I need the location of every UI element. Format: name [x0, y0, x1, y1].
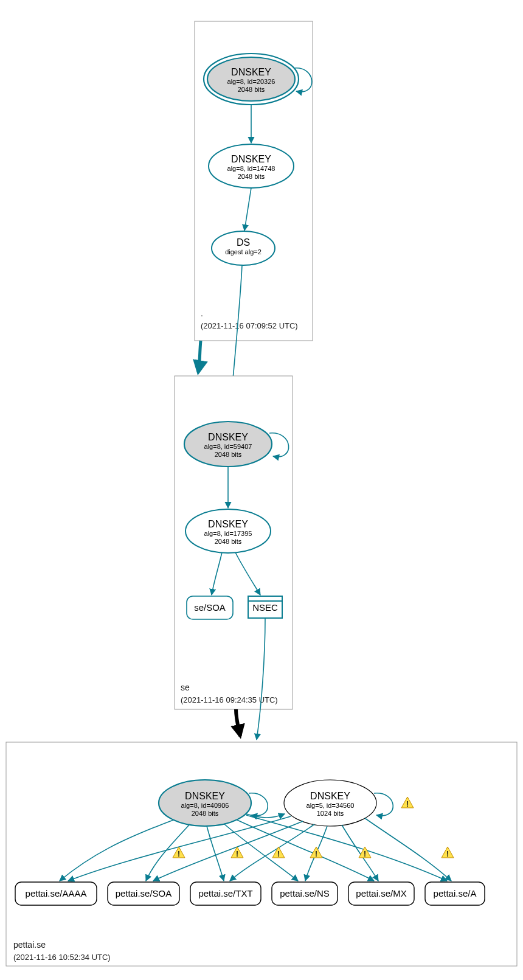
svg-text:pettai.se/SOA: pettai.se/SOA: [116, 888, 172, 898]
node-rr-mx: pettai.se/MX: [348, 882, 414, 905]
svg-text:!: !: [236, 850, 238, 858]
node-root-ksk: DNSKEY alg=8, id=20326 2048 bits: [204, 54, 299, 105]
zone-root-name: .: [201, 308, 203, 318]
svg-text:DNSKEY: DNSKEY: [185, 791, 225, 801]
svg-text:DNSKEY: DNSKEY: [208, 519, 248, 529]
svg-text:alg=8, id=59407: alg=8, id=59407: [204, 443, 252, 450]
svg-text:pettai.se/AAAA: pettai.se/AAAA: [26, 888, 87, 898]
svg-text:DS: DS: [237, 237, 250, 248]
svg-text:digest alg=2: digest alg=2: [225, 248, 262, 255]
svg-text:pettai.se/MX: pettai.se/MX: [356, 888, 406, 898]
svg-text:pettai.se/NS: pettai.se/NS: [280, 888, 330, 898]
svg-text:!: !: [406, 800, 409, 808]
svg-text:alg=8, id=20326: alg=8, id=20326: [227, 78, 275, 85]
zone-leaf-name: pettai.se: [13, 940, 46, 950]
svg-text:alg=5, id=34560: alg=5, id=34560: [307, 802, 355, 809]
node-se-zsk: DNSKEY alg=8, id=17395 2048 bits: [185, 509, 271, 553]
svg-text:se/SOA: se/SOA: [194, 602, 226, 613]
svg-text:pettai.se/A: pettai.se/A: [434, 888, 477, 898]
svg-text:2048 bits: 2048 bits: [215, 538, 242, 545]
svg-text:!: !: [315, 850, 317, 858]
svg-text:!: !: [446, 850, 449, 858]
node-se-ksk: DNSKEY alg=8, id=59407 2048 bits: [184, 422, 272, 467]
svg-rect-27: [6, 742, 517, 966]
svg-text:alg=8, id=40906: alg=8, id=40906: [181, 802, 229, 809]
svg-text:!: !: [178, 850, 180, 858]
svg-text:NSEC: NSEC: [252, 602, 278, 613]
svg-text:1024 bits: 1024 bits: [317, 810, 344, 817]
node-root-zsk: DNSKEY alg=8, id=14748 2048 bits: [209, 144, 294, 188]
svg-text:2048 bits: 2048 bits: [215, 451, 242, 458]
node-leaf-zsk: DNSKEY alg=5, id=34560 1024 bits: [284, 780, 376, 826]
edge-root-to-se-thick: [198, 341, 201, 372]
zone-se-time: (2021-11-16 09:24:35 UTC): [181, 695, 278, 704]
svg-text:pettai.se/TXT: pettai.se/TXT: [198, 888, 252, 898]
zone-se: se (2021-11-16 09:24:35 UTC) DNSKEY alg=…: [175, 376, 293, 709]
node-rr-soa: pettai.se/SOA: [108, 882, 179, 905]
node-root-ds: DS digest alg=2: [212, 231, 275, 265]
node-se-nsec: NSEC: [248, 596, 282, 618]
svg-text:2048 bits: 2048 bits: [238, 173, 265, 180]
zone-root-time: (2021-11-16 07:09:52 UTC): [201, 321, 298, 330]
svg-text:!: !: [364, 850, 366, 858]
svg-text:alg=8, id=14748: alg=8, id=14748: [227, 165, 275, 172]
node-rr-ns: pettai.se/NS: [272, 882, 338, 905]
zone-se-name: se: [181, 683, 190, 692]
svg-text:!: !: [277, 850, 280, 858]
svg-text:alg=8, id=17395: alg=8, id=17395: [204, 530, 252, 537]
svg-text:DNSKEY: DNSKEY: [231, 67, 271, 77]
zone-leaf-time: (2021-11-16 10:52:34 UTC): [13, 953, 111, 962]
node-se-soa: se/SOA: [187, 596, 233, 619]
zone-leaf: pettai.se (2021-11-16 10:52:34 UTC) DNSK…: [6, 742, 517, 966]
svg-text:DNSKEY: DNSKEY: [310, 791, 350, 801]
svg-text:2048 bits: 2048 bits: [238, 86, 265, 93]
node-leaf-ksk: DNSKEY alg=8, id=40906 2048 bits: [159, 780, 251, 826]
node-rr-txt: pettai.se/TXT: [190, 882, 261, 905]
dnssec-diagram: . (2021-11-16 07:09:52 UTC) DNSKEY alg=8…: [0, 0, 523, 980]
node-rr-aaaa: pettai.se/AAAA: [15, 882, 97, 905]
svg-text:2048 bits: 2048 bits: [192, 810, 219, 817]
zone-root: . (2021-11-16 07:09:52 UTC) DNSKEY alg=8…: [195, 21, 313, 341]
svg-text:DNSKEY: DNSKEY: [231, 154, 271, 164]
edge-se-to-leaf-thick: [236, 709, 240, 736]
node-rr-a: pettai.se/A: [425, 882, 485, 905]
svg-text:DNSKEY: DNSKEY: [208, 432, 248, 442]
